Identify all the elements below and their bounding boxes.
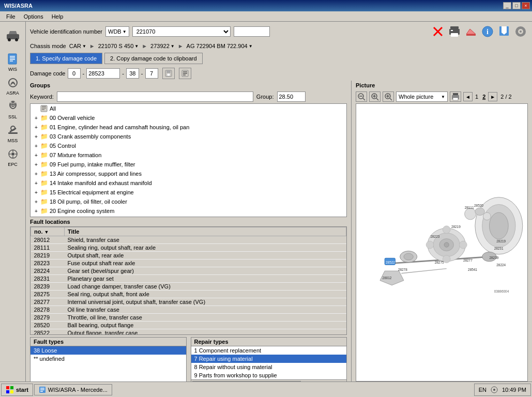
fault-table[interactable]: no. ▼ Title 28012Shield, transfer case28… <box>30 226 347 335</box>
group-number-input[interactable] <box>277 91 306 102</box>
tree-item-20[interactable]: + 📁 20 Engine cooling system <box>31 206 346 216</box>
damage-code-val3[interactable] <box>126 68 139 79</box>
chassis-mode-dropdown[interactable]: CAR ▼ <box>69 43 86 49</box>
pic-page1[interactable]: 1 <box>474 94 480 100</box>
table-row[interactable]: 28223Fuse output shaft rear axle <box>31 259 346 267</box>
svg-rect-30 <box>451 30 453 31</box>
start-button[interactable]: start <box>1 384 33 396</box>
table-row[interactable]: 28224Gear set (bevel/spur gear) <box>31 267 346 275</box>
table-row[interactable]: 28279Throttle, oil line, transfer case <box>31 314 346 322</box>
col-title[interactable]: Title <box>65 227 346 236</box>
repair-type-9[interactable]: 9 Parts from workshop to supplie <box>191 371 347 379</box>
damage-code-val4[interactable] <box>145 68 158 79</box>
vin-extra-input[interactable] <box>234 26 270 37</box>
zoom-in-btn[interactable] <box>369 91 381 102</box>
svg-point-3 <box>15 38 18 41</box>
table-row[interactable]: 28231Planetary gear set <box>31 275 346 283</box>
taskbar-wis-item[interactable]: WIS/ASRA - Mercede... <box>34 384 112 395</box>
maximize-button[interactable]: □ <box>512 2 521 9</box>
table-row[interactable]: 28012Shield, transfer case <box>31 236 346 244</box>
table-row[interactable]: 28522Output flange, transfer case <box>31 329 346 335</box>
close-button[interactable]: × <box>522 2 530 9</box>
damage-code-val1[interactable] <box>68 68 81 79</box>
repair-type-7[interactable]: 7 Repair using material <box>191 355 347 363</box>
repair-type-1[interactable]: 1 Component replacement <box>191 346 347 355</box>
pic-prev-btn[interactable]: ◄ <box>463 92 473 101</box>
mss-label: MSS <box>8 138 18 143</box>
svg-rect-4 <box>8 54 17 64</box>
table-row[interactable]: 28277Internal universal joint, output sh… <box>31 298 346 306</box>
sidebar-item-mss[interactable]: MSS <box>2 121 24 144</box>
menu-help[interactable]: Help <box>48 12 68 21</box>
minimize-button[interactable]: _ <box>503 2 511 9</box>
repair-types-box: Repair types 1 Component replacement 7 R… <box>191 337 347 381</box>
svg-text:28219: 28219 <box>451 225 461 228</box>
settings-icon[interactable] <box>513 24 528 39</box>
vin-type-dropdown[interactable]: WDB ▼ <box>105 26 129 37</box>
tree-item-00[interactable]: + 📁 00 Overall vehicle <box>31 113 346 123</box>
view-mode-dropdown[interactable]: Whole picture ▼ <box>396 91 448 102</box>
table-row[interactable]: 28520Ball bearing, output flange <box>31 322 346 329</box>
tree-item-03[interactable]: + 📁 03 Crank assembly components <box>31 132 346 141</box>
title-bar-text: WIS/ASRA <box>2 3 33 9</box>
menu-options[interactable]: Options <box>20 12 48 21</box>
chassis-engine-dropdown[interactable]: 273922 ▼ <box>150 43 175 49</box>
tree-item-22[interactable]: + 📁 22 Engine accessories, suspension <box>31 216 346 217</box>
tree-item-14[interactable]: + 📁 14 Intake manifold and exhaust manif… <box>31 178 346 188</box>
sidebar-item-car[interactable] <box>2 24 24 47</box>
table-row[interactable]: 28219Output shaft, rear axle <box>31 252 346 259</box>
fault-type-38[interactable]: 38 Loose <box>31 346 186 355</box>
sidebar-item-epc[interactable]: EPC <box>2 145 24 168</box>
svg-text:28275: 28275 <box>435 261 444 264</box>
table-row[interactable]: 28278Oil line transfer case <box>31 306 346 314</box>
tree-item-05[interactable]: + 📁 05 Control <box>31 141 346 150</box>
picture-print-btn[interactable] <box>450 91 461 102</box>
tab-copy-damage[interactable]: 2. Copy damage code to clipboard <box>104 53 203 64</box>
keyword-label: Keyword: <box>30 94 54 100</box>
info-icon[interactable]: i <box>480 24 495 39</box>
groups-tree[interactable]: All + 📁 00 Overall vehicle + 📁 01 Engine… <box>30 103 347 217</box>
delete-icon[interactable] <box>431 24 445 39</box>
tree-item-all[interactable]: All <box>31 104 346 113</box>
chassis-trans-dropdown[interactable]: AG 722904 BM 722.904 ▼ <box>187 43 253 49</box>
tree-item-09[interactable]: + 📁 09 Fuel pump, intake muffler, filter <box>31 160 346 169</box>
print-icon[interactable] <box>447 24 462 39</box>
damage-code-val2[interactable] <box>86 68 120 79</box>
sidebar-item-ssl[interactable]: SSL <box>2 98 24 120</box>
tree-item-15[interactable]: + 📁 15 Electrical equipment at engine <box>31 188 346 197</box>
tree-item-07[interactable]: + 📁 07 Mixture formation <box>31 150 346 160</box>
tree-item-01[interactable]: + 📁 01 Engine, cylinder head and camshaf… <box>31 123 346 132</box>
zoom-out-btn[interactable] <box>356 91 367 102</box>
sidebar-item-asra[interactable]: ASRA <box>2 74 24 97</box>
sidebar-item-wis[interactable]: WIS <box>2 50 24 73</box>
col-no[interactable]: no. ▼ <box>31 227 65 236</box>
repair-type-8[interactable]: 8 Repair without using material <box>191 363 347 371</box>
chassis-model-dropdown[interactable]: 221070 S 450 ▼ <box>98 43 139 49</box>
damage-code-label: Damage code <box>30 70 66 77</box>
table-row[interactable]: 28239Load change damper, transfer case (… <box>31 283 346 291</box>
fault-type-undefined[interactable]: ** undefined <box>31 355 186 363</box>
svg-text:28224: 28224 <box>496 263 506 267</box>
table-row[interactable]: 28275Seal ring, output shaft, front axle <box>31 291 346 298</box>
keyword-input[interactable] <box>57 91 253 102</box>
table-row[interactable]: 28111Sealing ring, output shaft, rear ax… <box>31 244 346 252</box>
fault-locations-table: no. ▼ Title 28012Shield, transfer case28… <box>31 227 346 335</box>
menu-file[interactable]: File <box>2 12 20 21</box>
tree-item-13[interactable]: + 📁 13 Air compressor, support and lines <box>31 169 346 178</box>
tree-item-18[interactable]: + 📁 18 Oil pump, oil filter, oil cooler <box>31 197 346 206</box>
damage-code-save-btn[interactable] <box>162 68 175 79</box>
vin-number-dropdown[interactable]: 221070 <box>132 26 231 37</box>
tab-specify-damage[interactable]: 1. Specify damage code <box>30 53 102 64</box>
damage-code-settings-btn[interactable] <box>179 68 191 79</box>
mss-icon <box>6 123 20 138</box>
pic-next-btn[interactable]: ► <box>488 92 497 101</box>
epc-label: EPC <box>8 162 18 167</box>
zoom-fit-btn[interactable] <box>383 91 394 102</box>
svg-point-79 <box>465 208 476 220</box>
bookmark-icon[interactable] <box>497 24 511 39</box>
clear-icon[interactable] <box>464 24 478 39</box>
svg-text:28520: 28520 <box>474 204 483 207</box>
pic-page2[interactable]: 2 <box>481 94 487 100</box>
epc-icon <box>6 147 20 161</box>
title-bar: WIS/ASRA _ □ × <box>0 0 532 11</box>
